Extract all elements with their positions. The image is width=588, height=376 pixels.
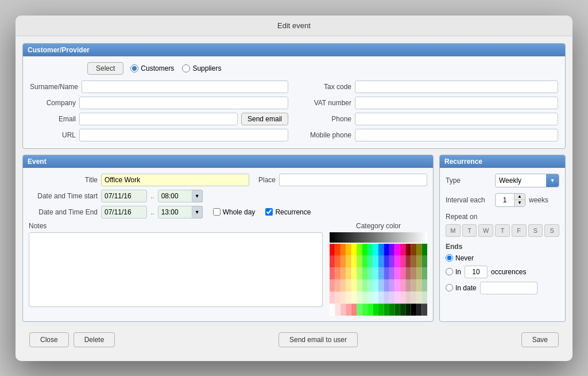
event-section: Event Title Place Date and Time start .. bbox=[22, 155, 434, 322]
day-fri[interactable]: F bbox=[512, 224, 527, 237]
time-end-dropdown[interactable]: ▼ bbox=[192, 206, 203, 218]
title-label: Title bbox=[29, 176, 98, 184]
ends-indate-radio[interactable] bbox=[446, 284, 453, 291]
vat-row: VAT number bbox=[300, 97, 558, 109]
dialog-title: Edit event bbox=[16, 16, 572, 36]
time-start-input[interactable] bbox=[158, 190, 192, 202]
type-select-arrow[interactable]: ▼ bbox=[546, 174, 559, 187]
day-thu[interactable]: T bbox=[495, 224, 510, 237]
day-wed[interactable]: W bbox=[478, 224, 493, 237]
send-email-inline-button[interactable]: Send email bbox=[241, 113, 288, 125]
whole-day-label[interactable]: Whole day bbox=[213, 208, 256, 216]
recurrence-section: Recurrence Type Weekly Daily Monthly Yea… bbox=[439, 155, 566, 322]
dotdot-start: .. bbox=[150, 192, 154, 200]
recurrence-label[interactable]: Recurrence bbox=[265, 208, 311, 216]
type-row: Type Weekly Daily Monthly Yearly ▼ bbox=[446, 174, 559, 187]
color-picker-canvas[interactable] bbox=[330, 232, 427, 316]
url-label: URL bbox=[30, 131, 76, 139]
customers-radio-label[interactable]: Customers bbox=[130, 64, 174, 72]
send-email-to-user-button[interactable]: Send email to user bbox=[278, 332, 358, 347]
tax-code-input[interactable] bbox=[355, 80, 558, 93]
date-start-label: Date and Time start bbox=[29, 192, 98, 200]
recurrence-section-header: Recurrence bbox=[440, 155, 565, 168]
notes-color-row: Notes Category color bbox=[29, 222, 427, 316]
phone-label: Phone bbox=[300, 115, 351, 123]
surname-label: Surname/Name bbox=[30, 83, 78, 91]
whole-day-checkbox[interactable] bbox=[213, 208, 220, 216]
mobile-row: Mobile phone bbox=[300, 129, 558, 141]
footer-left: Close Delete bbox=[29, 332, 115, 347]
ends-in-radio[interactable] bbox=[446, 268, 453, 275]
interval-stepper-down[interactable]: ▼ bbox=[514, 200, 525, 206]
mobile-label: Mobile phone bbox=[300, 131, 351, 139]
date-start-input[interactable] bbox=[101, 190, 147, 202]
url-row: URL bbox=[30, 129, 288, 141]
save-button[interactable]: Save bbox=[521, 332, 559, 347]
email-input[interactable] bbox=[79, 113, 238, 125]
ends-date-input[interactable] bbox=[480, 282, 537, 294]
type-select[interactable]: Weekly Daily Monthly Yearly bbox=[496, 175, 546, 186]
title-row: Title Place bbox=[29, 174, 427, 186]
ends-never-option: Never bbox=[446, 254, 559, 262]
day-mon[interactable]: M bbox=[446, 224, 461, 237]
suppliers-radio[interactable] bbox=[182, 64, 190, 72]
email-row: Email Send email bbox=[30, 113, 288, 125]
notes-textarea[interactable] bbox=[29, 232, 323, 307]
title-input[interactable] bbox=[101, 174, 249, 186]
place-label: Place bbox=[253, 176, 276, 184]
place-input[interactable] bbox=[279, 174, 427, 186]
interval-input[interactable] bbox=[496, 195, 514, 205]
notes-wrapper: Notes bbox=[29, 222, 323, 316]
customer-provider-section: Customer/Provider Select Customers Suppl… bbox=[22, 43, 566, 149]
event-recurrence-container: Event Title Place Date and Time start .. bbox=[22, 155, 566, 328]
category-color-label: Category color bbox=[356, 222, 401, 230]
day-sun[interactable]: S bbox=[544, 224, 559, 237]
time-end-input[interactable] bbox=[158, 206, 192, 218]
phone-input[interactable] bbox=[355, 113, 558, 125]
footer-right: Save bbox=[521, 332, 559, 347]
delete-button[interactable]: Delete bbox=[74, 332, 115, 347]
url-input[interactable] bbox=[79, 129, 288, 141]
type-label: Type bbox=[446, 177, 492, 185]
date-end-input[interactable] bbox=[101, 206, 147, 218]
customer-supplier-radio: Customers Suppliers bbox=[130, 64, 221, 72]
date-end-label: Date and Time End bbox=[29, 208, 98, 216]
suppliers-radio-label[interactable]: Suppliers bbox=[182, 64, 221, 72]
interval-number-wrapper: ▲ ▼ bbox=[495, 193, 525, 207]
weeks-label: weeks bbox=[529, 196, 548, 204]
event-section-header: Event bbox=[23, 155, 433, 168]
customer-section-header: Customer/Provider bbox=[23, 44, 565, 56]
day-sat[interactable]: S bbox=[528, 224, 543, 237]
company-label: Company bbox=[30, 99, 76, 107]
date-start-row: Date and Time start .. ▼ bbox=[29, 190, 427, 202]
time-start-wrapper: ▼ bbox=[158, 190, 203, 202]
select-button[interactable]: Select bbox=[87, 62, 123, 75]
company-row: Company bbox=[30, 97, 288, 109]
tax-code-label: Tax code bbox=[300, 83, 351, 91]
customers-radio[interactable] bbox=[130, 64, 138, 72]
edit-event-dialog: Edit event Customer/Provider Select Cust… bbox=[16, 16, 572, 361]
ends-in-option: In occurences bbox=[446, 266, 559, 278]
interval-stepper-up[interactable]: ▲ bbox=[514, 194, 525, 200]
tax-code-row: Tax code bbox=[300, 80, 558, 93]
ends-indate-option: In date bbox=[446, 282, 559, 294]
mobile-input[interactable] bbox=[355, 129, 558, 141]
surname-input[interactable] bbox=[82, 80, 288, 93]
ends-never-radio[interactable] bbox=[446, 254, 453, 262]
time-end-wrapper: ▼ bbox=[158, 206, 203, 218]
close-button[interactable]: Close bbox=[29, 332, 69, 347]
ends-label: Ends bbox=[446, 243, 559, 251]
interval-label: Interval each bbox=[446, 196, 492, 204]
vat-label: VAT number bbox=[300, 99, 351, 107]
dotdot-end: .. bbox=[150, 208, 154, 216]
occurrences-input[interactable] bbox=[465, 266, 488, 278]
email-label: Email bbox=[30, 115, 76, 123]
recurrence-checkbox[interactable] bbox=[265, 208, 273, 216]
vat-input[interactable] bbox=[355, 97, 558, 109]
time-start-dropdown[interactable]: ▼ bbox=[192, 190, 203, 202]
day-tue[interactable]: T bbox=[462, 224, 477, 237]
surname-row: Surname/Name bbox=[30, 80, 288, 93]
dialog-footer: Close Delete Send email to user Save bbox=[22, 328, 566, 354]
company-input[interactable] bbox=[79, 97, 288, 109]
day-buttons: M T W T F S S bbox=[446, 224, 559, 237]
